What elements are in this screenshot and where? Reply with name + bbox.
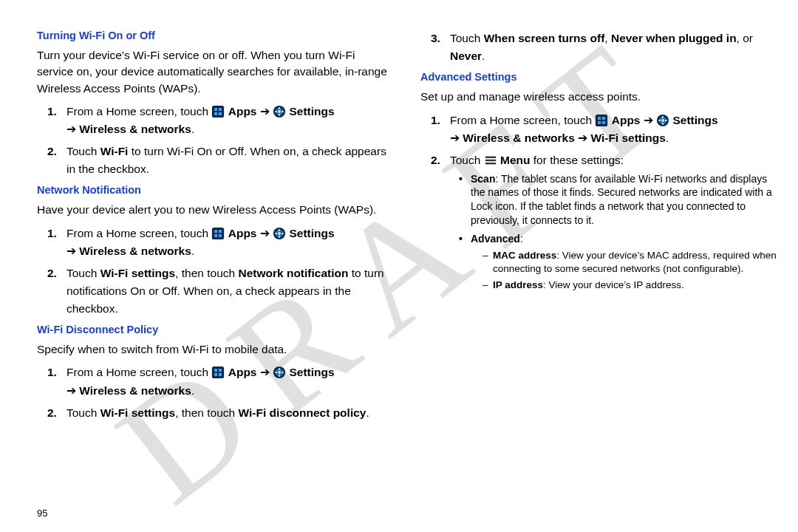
step-text: , or	[737, 32, 753, 44]
wireless-networks-label: Wireless & networks	[79, 123, 191, 135]
advanced-sublist: MAC address: View your device’s MAC addr…	[471, 249, 777, 293]
arrow-icon: ➔	[644, 114, 656, 126]
step-number: 1.	[47, 103, 57, 120]
option-never: Never	[450, 50, 482, 62]
step-text: ,	[604, 32, 611, 44]
apps-label: Apps	[228, 105, 257, 117]
step-number: 2.	[47, 404, 57, 422]
step-text: for these settings:	[530, 154, 624, 166]
option-scan-desc: : The tablet scans for available Wi-Fi n…	[471, 173, 772, 227]
arrow-icon: ➔	[66, 384, 79, 397]
ip-address-desc: : View your device’s IP address.	[543, 279, 684, 290]
step-text: .	[482, 50, 485, 62]
apps-icon	[595, 114, 608, 127]
option-screen-off: When screen turns off	[484, 32, 605, 44]
arrow-icon: ➔	[260, 227, 273, 239]
steps-advanced-settings: 1. From a Home screen, touch Apps ➔ Sett…	[420, 112, 777, 293]
step-number: 3.	[431, 30, 440, 47]
wifi-settings-label: Wi-Fi settings	[590, 132, 665, 144]
step-text-prefix: From a Home screen, touch	[450, 114, 595, 126]
right-column: 3. Touch When screen turns off, Never wh…	[407, 30, 777, 517]
step-number: 1.	[47, 364, 57, 381]
option-scan: Scan	[471, 173, 495, 185]
heading-disconnect-policy: Wi-Fi Disconnect Policy	[37, 324, 394, 335]
disconnect-policy-label: Wi-Fi disconnect policy	[238, 406, 366, 419]
settings-icon	[273, 105, 286, 118]
option-advanced: Advanced	[471, 233, 520, 245]
heading-network-notification: Network Notification	[37, 184, 394, 196]
step-row: 2. Touch Wi-Fi settings, then touch Wi-F…	[37, 404, 394, 422]
option-plugged-in: Never when plugged in	[611, 32, 737, 44]
steps-disconnect-policy-cont: 3. Touch When screen turns off, Never wh…	[420, 30, 777, 65]
step-number: 2.	[47, 265, 57, 282]
step-row: 1. From a Home screen, touch Apps ➔ Sett…	[37, 225, 394, 260]
step-text: .	[366, 406, 369, 419]
menu-options-list: Scan: The tablet scans for available Wi-…	[450, 172, 777, 293]
wireless-networks-label: Wireless & networks	[79, 245, 191, 257]
manual-page: Turning Wi-Fi On or Off Turn your device…	[0, 0, 798, 532]
settings-label: Settings	[289, 105, 334, 117]
wifi-settings-label: Wi-Fi settings	[100, 267, 175, 279]
option-advanced-colon: :	[520, 233, 523, 245]
step-text-prefix: From a Home screen, touch	[66, 366, 211, 378]
step-text-prefix: From a Home screen, touch	[66, 227, 211, 239]
wifi-settings-label: Wi-Fi settings	[100, 406, 175, 419]
step-text: Touch	[66, 145, 100, 157]
step-text: Touch	[66, 267, 100, 279]
apps-label: Apps	[228, 366, 257, 378]
period: .	[191, 123, 194, 135]
arrow-icon: ➔	[575, 132, 591, 144]
settings-label: Settings	[672, 114, 717, 126]
step-number: 2.	[47, 143, 57, 160]
arrow-icon: ➔	[450, 132, 463, 144]
mac-address-label: MAC address	[493, 250, 556, 261]
step-row: 3. Touch When screen turns off, Never wh…	[420, 30, 777, 65]
step-row: 1. From a Home screen, touch Apps ➔ Sett…	[37, 103, 394, 138]
period: .	[666, 132, 669, 144]
step-text: , then touch	[175, 406, 238, 419]
step-number: 1.	[431, 112, 440, 129]
arrow-icon: ➔	[260, 366, 273, 378]
step-text: , then touch	[175, 267, 238, 279]
step-row: 1. From a Home screen, touch Apps ➔ Sett…	[37, 364, 394, 399]
arrow-icon: ➔	[260, 105, 273, 117]
wireless-networks-label: Wireless & networks	[463, 132, 574, 144]
wireless-networks-label: Wireless & networks	[79, 384, 191, 397]
left-column: Turning Wi-Fi On or Off Turn your device…	[37, 30, 407, 517]
intro-network-notification: Have your device alert you to new Wirele…	[37, 202, 394, 218]
step-row: 2. Touch Wi-Fi settings, then touch Netw…	[37, 265, 394, 318]
steps-turning-wifi: 1. From a Home screen, touch Apps ➔ Sett…	[37, 103, 394, 178]
settings-icon	[656, 114, 669, 127]
step-text: Touch	[450, 32, 484, 44]
intro-turning-wifi: Turn your device’s Wi-Fi service on or o…	[37, 47, 394, 97]
wifi-label: Wi-Fi	[100, 145, 129, 157]
list-item: MAC address: View your device’s MAC addr…	[471, 249, 777, 276]
intro-disconnect-policy: Specify when to switch from Wi-Fi to mob…	[37, 341, 394, 358]
settings-label: Settings	[289, 366, 334, 378]
apps-icon	[211, 227, 225, 240]
apps-icon	[211, 105, 225, 118]
steps-disconnect-policy: 1. From a Home screen, touch Apps ➔ Sett…	[37, 364, 394, 421]
apps-label: Apps	[612, 114, 641, 126]
step-number: 1.	[47, 225, 57, 242]
list-item: Scan: The tablet scans for available Wi-…	[450, 172, 777, 228]
step-text: Touch	[450, 154, 484, 166]
steps-network-notification: 1. From a Home screen, touch Apps ➔ Sett…	[37, 225, 394, 318]
heading-turning-wifi: Turning Wi-Fi On or Off	[37, 30, 394, 41]
period: .	[191, 245, 194, 257]
list-item: IP address: View your device’s IP addres…	[471, 279, 777, 292]
menu-label: Menu	[500, 154, 530, 166]
settings-icon	[273, 227, 286, 240]
intro-advanced-settings: Set up and manage wireless access points…	[420, 89, 777, 105]
menu-icon	[484, 154, 497, 167]
step-text: Touch	[66, 406, 100, 419]
step-row: 1. From a Home screen, touch Apps ➔ Sett…	[420, 112, 777, 147]
arrow-icon: ➔	[66, 245, 79, 257]
step-row: 2. Touch Wi-Fi to turn Wi-Fi On or Off. …	[37, 143, 394, 178]
settings-icon	[273, 366, 286, 379]
step-text-prefix: From a Home screen, touch	[66, 105, 211, 117]
step-number: 2.	[431, 151, 440, 169]
ip-address-label: IP address	[493, 279, 543, 290]
heading-advanced-settings: Advanced Settings	[420, 71, 777, 83]
list-item: Advanced: MAC address: View your device’…	[450, 232, 777, 293]
